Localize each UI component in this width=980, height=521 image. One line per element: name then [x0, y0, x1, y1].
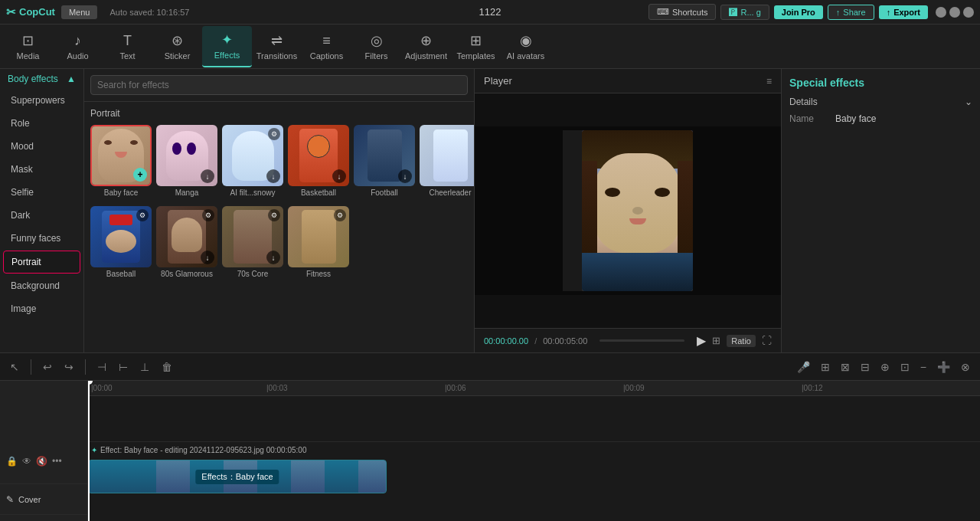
effect-football[interactable]: ↓ Football	[354, 125, 415, 197]
sidebar-item-selfie[interactable]: Selfie	[3, 182, 80, 203]
player-controls: 00:00:00.00 / 00:00:05:00 ▶ ⊞ Ratio ⛶	[475, 328, 781, 352]
tl-zoom-in-button[interactable]: ➕	[933, 359, 954, 375]
toolbar-audio[interactable]: ♪ Audio	[53, 26, 103, 67]
ring-button[interactable]: 🅿 R... g	[720, 5, 769, 20]
ratio-button[interactable]: Ratio	[727, 335, 756, 347]
dl-manga-btn[interactable]: ↓	[201, 169, 214, 183]
player-menu-icon[interactable]: ≡	[766, 76, 772, 87]
sidebar-item-superpowers[interactable]: Superpowers	[3, 90, 80, 111]
track-clip[interactable]: Effects：Baby face	[88, 460, 387, 493]
add-baby-face-btn[interactable]: +	[133, 168, 147, 182]
effect-manga[interactable]: ↓ Manga	[156, 125, 217, 197]
sidebar-item-portrait[interactable]: Portrait	[3, 251, 80, 274]
minimize-button[interactable]	[936, 7, 946, 18]
media-icon: ⊡	[22, 32, 34, 49]
sidebar-item-background[interactable]: Background	[3, 275, 80, 297]
80s-glamorous-label: 80s Glamorous	[161, 270, 213, 278]
sidebar-item-image[interactable]: Image	[3, 298, 80, 319]
effect-fitness[interactable]: ⚙ Fitness	[288, 206, 349, 278]
export-button[interactable]: ↑ Export	[879, 5, 928, 19]
tl-add-track-button[interactable]: ⊞	[817, 359, 834, 375]
toolbar-filters[interactable]: ◎ Filters	[351, 26, 401, 67]
toolbar-adjustment[interactable]: ⊕ Adjustment	[401, 26, 451, 67]
dl-football-btn[interactable]: ↓	[398, 169, 412, 183]
details-expand-icon: ⌄	[965, 97, 972, 107]
fit-screen-button[interactable]: ⊞	[712, 335, 720, 346]
fullscreen-button[interactable]: ⛶	[762, 335, 772, 346]
toolbar-separator-2	[85, 359, 86, 375]
templates-icon: ⊞	[470, 32, 482, 49]
close-button[interactable]	[963, 7, 974, 18]
timeline-tracks[interactable]: |00:00 |00:03 |00:06 |00:09 |00:12 ✦ Eff…	[88, 381, 980, 521]
settings-70s-btn[interactable]: ⚙	[268, 209, 280, 221]
football-label: Football	[371, 188, 398, 197]
trim-left-button[interactable]: ⊢	[115, 359, 132, 375]
mute-icon[interactable]: 🔇	[36, 456, 47, 467]
more-options-icon[interactable]: •••	[52, 456, 62, 467]
shortcuts-button[interactable]: ⌨ Shortcuts	[648, 4, 716, 20]
cover-label: Cover	[18, 495, 41, 504]
menu-button[interactable]: Menu	[61, 5, 98, 19]
toolbar-captions[interactable]: ≡ Captions	[302, 26, 351, 67]
toolbar-media[interactable]: ⊡ Media	[3, 26, 53, 67]
tl-snap-button[interactable]: ⊕	[877, 359, 893, 375]
sidebar-item-mood[interactable]: Mood	[3, 136, 80, 157]
effect-cheerleader[interactable]: Cheerleader	[420, 125, 474, 197]
delete-button[interactable]: 🗑	[158, 359, 176, 375]
settings-fitness-btn[interactable]: ⚙	[334, 209, 346, 221]
player-video	[475, 93, 781, 328]
effect-basketball[interactable]: ↓ Basketball	[288, 125, 349, 197]
dl-basketball-btn[interactable]: ↓	[332, 169, 346, 183]
toolbar-templates[interactable]: ⊞ Templates	[451, 26, 501, 67]
lock-icon[interactable]: 🔒	[6, 456, 18, 467]
current-time: 00:00:00.00	[484, 336, 528, 346]
toolbar-text[interactable]: T Text	[103, 26, 152, 67]
sidebar-item-dark[interactable]: Dark	[3, 205, 80, 226]
mic-button[interactable]: 🎤	[793, 359, 814, 375]
effect-70s-core[interactable]: ⚙ ↓ 70s Core	[222, 206, 283, 278]
join-pro-button[interactable]: Join Pro	[774, 5, 823, 19]
special-effects-title: Special effects	[789, 77, 972, 89]
toolbar-ai-avatars[interactable]: ◉ AI avatars	[501, 26, 550, 67]
share-icon: ↑	[836, 8, 841, 17]
undo-button[interactable]: ↩	[39, 359, 56, 375]
tl-link-button[interactable]: ⊠	[837, 359, 854, 375]
dl-80s-btn[interactable]: ↓	[201, 251, 214, 264]
share-button[interactable]: ↑ Share	[828, 5, 874, 20]
effect-baby-face[interactable]: + Baby face	[90, 125, 152, 197]
adjustment-icon: ⊕	[420, 32, 432, 49]
toolbar-effects[interactable]: ✦ Effects	[202, 26, 252, 67]
effect-80s-glamorous[interactable]: ⚙ ↓ 80s Glamorous	[156, 206, 217, 278]
toolbar-sticker[interactable]: ⊛ Sticker	[152, 26, 202, 67]
split-button[interactable]: ⊣	[93, 359, 110, 375]
sidebar-item-role[interactable]: Role	[3, 113, 80, 134]
toolbar-transitions[interactable]: ⇌ Transitions	[252, 26, 302, 67]
tl-magnet-button[interactable]: ⊟	[857, 359, 874, 375]
select-tool-button[interactable]: ↖	[6, 359, 23, 375]
timeline-area: ↖ ↩ ↪ ⊣ ⊢ ⊥ 🗑 🎤 ⊞ ⊠ ⊟ ⊕ ⊡ − ➕ ⊗ 🔒 👁 🔇	[0, 352, 980, 521]
dl-70s-btn[interactable]: ↓	[266, 251, 280, 264]
tl-zoom-out-button[interactable]: −	[916, 359, 930, 375]
effect-baseball[interactable]: ⚙ Baseball	[90, 206, 152, 278]
effect-ai-snowy[interactable]: ⚙ ↓ AI filt...snowy	[222, 125, 283, 197]
tl-zoom-fit-button[interactable]: ⊡	[897, 359, 913, 375]
settings-baseball-btn[interactable]: ⚙	[136, 209, 149, 221]
maximize-button[interactable]	[949, 7, 960, 18]
sidebar-item-funny-faces[interactable]: Funny faces	[3, 228, 80, 249]
eye-icon[interactable]: 👁	[22, 456, 31, 467]
search-input[interactable]	[90, 75, 468, 95]
settings-ai-snowy-btn[interactable]: ⚙	[268, 128, 280, 140]
tl-settings-button[interactable]: ⊗	[957, 359, 974, 375]
clip-info-bar: ✦ Effect: Baby face - editing 20241122-0…	[88, 442, 980, 457]
settings-80s-btn[interactable]: ⚙	[202, 209, 214, 221]
total-time: 00:00:05:00	[543, 336, 587, 346]
dl-ai-snowy-btn[interactable]: ↓	[266, 169, 280, 183]
play-button[interactable]: ▶	[697, 333, 706, 348]
effects-panel: Portrait + Baby f	[84, 69, 475, 352]
trim-right-button[interactable]: ⊥	[136, 359, 153, 375]
sidebar-item-mask[interactable]: Mask	[3, 159, 80, 180]
redo-button[interactable]: ↪	[60, 359, 77, 375]
details-toggle[interactable]: Details ⌄	[789, 97, 972, 107]
body-effects-header[interactable]: Body effects ▲	[0, 69, 83, 89]
filters-icon: ◎	[371, 32, 383, 49]
